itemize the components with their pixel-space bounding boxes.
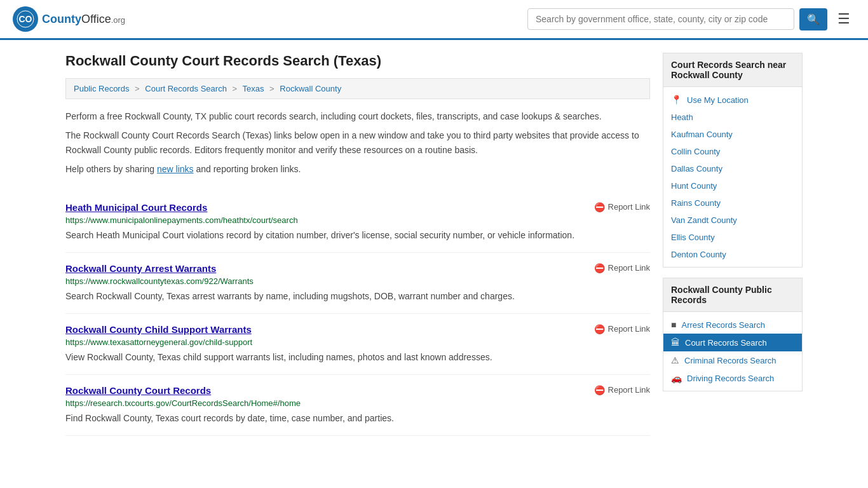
search-icon: 🔍 xyxy=(807,14,820,25)
breadcrumb-sep-3: > xyxy=(269,84,275,93)
result-title-0[interactable]: Heath Municipal Court Records xyxy=(65,202,207,213)
page-title: Rockwall County Court Records Search (Te… xyxy=(65,53,650,69)
result-url-3: https://research.txcourts.gov/CourtRecor… xyxy=(65,398,650,408)
search-input[interactable] xyxy=(527,8,794,30)
results-list: Heath Municipal Court Records ⛔ Report L… xyxy=(65,192,650,436)
result-item: Rockwall County Court Records ⛔ Report L… xyxy=(65,375,650,436)
nearby-link-6[interactable]: Rains County xyxy=(671,198,721,208)
description-para1: Perform a free Rockwall County, TX publi… xyxy=(65,109,650,123)
nearby-link-3[interactable]: Collin County xyxy=(671,147,720,156)
public-records-section: Rockwall County Public Records ■ Arrest … xyxy=(663,278,803,391)
nearby-item-9[interactable]: Denton County xyxy=(663,246,802,263)
public-records-item-3[interactable]: 🚗 Driving Records Search xyxy=(663,369,802,387)
breadcrumb-sep-1: > xyxy=(135,84,140,93)
result-header: Rockwall County Court Records ⛔ Report L… xyxy=(65,385,650,396)
result-url-2: https://www.texasattorneygeneral.gov/chi… xyxy=(65,337,650,347)
result-title-1[interactable]: Rockwall County Arrest Warrants xyxy=(65,263,216,274)
pr-icon-0: ■ xyxy=(671,320,676,330)
public-records-item-1[interactable]: 🏛 Court Records Search xyxy=(663,334,802,351)
result-header: Rockwall County Arrest Warrants ⛔ Report… xyxy=(65,263,650,274)
result-url-1: https://www.rockwallcountytexas.com/922/… xyxy=(65,276,650,286)
breadcrumb-sep-2: > xyxy=(233,84,238,93)
nearby-item-1[interactable]: Heath xyxy=(663,109,802,126)
nearby-link-2[interactable]: Kaufman County xyxy=(671,130,733,139)
result-desc-3: Find Rockwall County, Texas court record… xyxy=(65,412,650,425)
report-icon-2: ⛔ xyxy=(594,324,605,334)
nearby-item-3[interactable]: Collin County xyxy=(663,143,802,160)
nearby-list: 📍 Use My Location Heath Kaufman County C… xyxy=(663,87,803,268)
public-records-item-2[interactable]: ⚠ Criminal Records Search xyxy=(663,351,802,369)
public-records-list: ■ Arrest Records Search 🏛 Court Records … xyxy=(663,312,803,391)
result-header: Rockwall County Child Support Warrants ⛔… xyxy=(65,324,650,335)
result-item: Rockwall County Arrest Warrants ⛔ Report… xyxy=(65,253,650,314)
breadcrumb-public-records[interactable]: Public Records xyxy=(74,84,129,93)
report-icon-3: ⛔ xyxy=(594,385,605,395)
result-url-0: https://www.municipalonlinepayments.com/… xyxy=(65,215,650,225)
nearby-item-8[interactable]: Ellis County xyxy=(663,229,802,246)
pr-icon-3: 🚗 xyxy=(671,373,682,383)
search-area: 🔍 ☰ xyxy=(527,8,855,30)
nearby-link-0[interactable]: Use My Location xyxy=(687,95,749,105)
report-link-3[interactable]: ⛔ Report Link xyxy=(594,385,650,395)
result-desc-1: Search Rockwall County, Texas arrest war… xyxy=(65,290,650,303)
result-desc-0: Search Heath Municipal Court violations … xyxy=(65,229,650,242)
hamburger-icon: ☰ xyxy=(837,11,850,27)
public-records-heading: Rockwall County Public Records xyxy=(663,278,803,312)
nearby-item-2[interactable]: Kaufman County xyxy=(663,126,802,143)
logo-text: CountyOffice.org xyxy=(42,13,125,26)
nearby-item-5[interactable]: Hunt County xyxy=(663,177,802,194)
nearby-item-7[interactable]: Van Zandt County xyxy=(663,212,802,229)
nearby-heading: Court Records Search near Rockwall Count… xyxy=(663,53,803,87)
logo-area: CO CountyOffice.org xyxy=(13,6,125,32)
nearby-link-1[interactable]: Heath xyxy=(671,112,693,122)
report-link-2[interactable]: ⛔ Report Link xyxy=(594,324,650,334)
nearby-link-5[interactable]: Hunt County xyxy=(671,181,717,191)
result-desc-2: View Rockwall County, Texas child suppor… xyxy=(65,351,650,364)
pr-link-2[interactable]: Criminal Records Search xyxy=(684,356,776,365)
main-container: Rockwall County Court Records Search (Te… xyxy=(53,40,815,449)
pr-icon-1: 🏛 xyxy=(671,337,680,348)
content-area: Rockwall County Court Records Search (Te… xyxy=(65,53,650,436)
svg-text:CO: CO xyxy=(19,14,32,24)
pr-link-0[interactable]: Arrest Records Search xyxy=(681,320,765,330)
result-item: Heath Municipal Court Records ⛔ Report L… xyxy=(65,192,650,253)
new-links-link[interactable]: new links xyxy=(157,164,194,174)
nearby-link-8[interactable]: Ellis County xyxy=(671,233,715,242)
report-link-0[interactable]: ⛔ Report Link xyxy=(594,202,650,212)
header: CO CountyOffice.org 🔍 ☰ xyxy=(0,0,868,40)
breadcrumb-court-records[interactable]: Court Records Search xyxy=(145,84,227,93)
report-link-1[interactable]: ⛔ Report Link xyxy=(594,263,650,273)
result-header: Heath Municipal Court Records ⛔ Report L… xyxy=(65,202,650,213)
nearby-item-4[interactable]: Dallas County xyxy=(663,160,802,177)
result-item: Rockwall County Child Support Warrants ⛔… xyxy=(65,314,650,375)
pr-link-3[interactable]: Driving Records Search xyxy=(687,374,774,383)
breadcrumb-texas[interactable]: Texas xyxy=(243,84,264,93)
public-records-item-0[interactable]: ■ Arrest Records Search xyxy=(663,316,802,334)
report-icon-1: ⛔ xyxy=(594,263,605,273)
description: Perform a free Rockwall County, TX publi… xyxy=(65,109,650,177)
location-icon: 📍 xyxy=(671,95,682,105)
nearby-item-0[interactable]: 📍 Use My Location xyxy=(663,91,802,109)
nearby-link-9[interactable]: Denton County xyxy=(671,250,726,259)
nearby-item-6[interactable]: Rains County xyxy=(663,194,802,212)
sidebar: Court Records Search near Rockwall Count… xyxy=(663,53,803,436)
report-icon-0: ⛔ xyxy=(594,202,605,212)
search-button[interactable]: 🔍 xyxy=(799,8,827,30)
result-title-2[interactable]: Rockwall County Child Support Warrants xyxy=(65,324,252,335)
pr-icon-2: ⚠ xyxy=(671,355,679,365)
result-title-3[interactable]: Rockwall County Court Records xyxy=(65,385,211,396)
logo-icon: CO xyxy=(13,6,38,32)
description-para3: Help others by sharing new links and rep… xyxy=(65,162,650,176)
breadcrumb-rockwall[interactable]: Rockwall County xyxy=(280,84,341,93)
breadcrumb: Public Records > Court Records Search > … xyxy=(65,78,650,99)
description-para2: The Rockwall County Court Records Search… xyxy=(65,128,650,157)
nearby-link-4[interactable]: Dallas County xyxy=(671,164,722,173)
menu-button[interactable]: ☰ xyxy=(832,8,855,30)
nearby-section: Court Records Search near Rockwall Count… xyxy=(663,53,803,268)
nearby-link-7[interactable]: Van Zandt County xyxy=(671,215,737,225)
pr-link-1[interactable]: Court Records Search xyxy=(685,338,767,348)
